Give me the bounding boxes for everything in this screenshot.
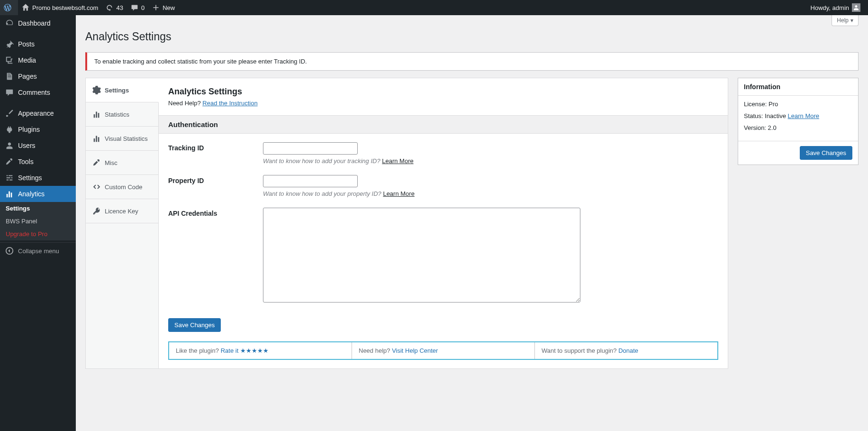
sidebar-item-label: Users	[18, 142, 36, 149]
avatar-icon	[852, 3, 860, 12]
page-title: Analytics Settings	[85, 26, 859, 45]
sidebar-item-analytics[interactable]: Analytics	[0, 186, 76, 202]
comment-icon	[131, 4, 138, 11]
sliders-icon	[5, 174, 14, 182]
tab-label: Settings	[105, 87, 129, 94]
submenu-upgrade[interactable]: Upgrade to Pro	[0, 228, 76, 240]
property-learn-more-link[interactable]: Learn More	[383, 190, 414, 197]
section-auth: Authentication	[159, 115, 728, 134]
status-label: Status:	[744, 112, 763, 119]
comments-link[interactable]: 0	[127, 0, 148, 15]
status-value: Inactive	[765, 112, 786, 119]
code-icon	[92, 183, 101, 191]
page-icon	[5, 72, 14, 81]
info-box-title: Information	[738, 78, 858, 96]
collapse-label: Collapse menu	[18, 248, 59, 255]
settings-tabs: Settings Statistics Visual Statistics Mi…	[85, 78, 159, 369]
wrench-icon	[92, 158, 101, 167]
comments-count: 0	[141, 4, 145, 11]
help-tab[interactable]: Help ▾	[832, 15, 859, 26]
tracking-hint-text: Want to know how to add your tracking ID…	[263, 157, 380, 165]
sidebar-item-plugins[interactable]: Plugins	[0, 121, 76, 138]
save-changes-button[interactable]: Save Changes	[168, 318, 221, 332]
sidebar-item-label: Dashboard	[18, 19, 51, 27]
comment-icon	[5, 88, 14, 97]
rate-link[interactable]: Rate it	[221, 347, 239, 354]
tab-label: Custom Code	[105, 183, 142, 191]
license-label: License:	[744, 101, 767, 108]
sidebar-item-users[interactable]: Users	[0, 138, 76, 154]
collapse-menu[interactable]: Collapse menu	[0, 242, 76, 259]
account-link[interactable]: Howdy, admin	[807, 0, 864, 15]
donate-link[interactable]: Donate	[618, 347, 638, 354]
chart-icon	[5, 190, 14, 198]
sidebar-item-tools[interactable]: Tools	[0, 154, 76, 170]
sidebar-item-media[interactable]: Media	[0, 52, 76, 68]
sidebar-item-label: Analytics	[18, 190, 45, 198]
sidebar-item-pages[interactable]: Pages	[0, 68, 76, 84]
stars-icon: ★★★★★	[240, 347, 269, 354]
information-box: Information License: Pro Status: Inactiv…	[738, 78, 859, 165]
sidebar-item-label: Comments	[18, 89, 50, 96]
api-credentials-textarea[interactable]	[263, 208, 580, 303]
updates-link[interactable]: 43	[102, 0, 127, 15]
api-credentials-label: API Credentials	[168, 208, 263, 304]
new-label: New	[163, 4, 175, 11]
tab-custom-code[interactable]: Custom Code	[86, 175, 158, 199]
tracking-id-input[interactable]	[263, 142, 358, 155]
panel-heading: Analytics Settings	[168, 87, 718, 97]
admin-bar: Promo bestwebsoft.com 43 0 New Howdy, ad…	[0, 0, 868, 15]
sidebar-item-label: Plugins	[18, 126, 40, 133]
submenu-settings[interactable]: Settings	[0, 202, 76, 215]
property-hint-text: Want to know how to add your property ID…	[263, 190, 381, 197]
sidebar-item-posts[interactable]: Posts	[0, 36, 76, 52]
tab-licence-key[interactable]: Licence Key	[86, 199, 158, 223]
sidebar-item-settings[interactable]: Settings	[0, 170, 76, 186]
instruction-link[interactable]: Read the Instruction	[202, 100, 257, 107]
support-text: Want to support the plugin?	[542, 347, 617, 354]
tracking-learn-more-link[interactable]: Learn More	[382, 157, 413, 165]
like-text: Like the plugin?	[176, 347, 219, 354]
sidebox-save-button[interactable]: Save Changes	[800, 146, 852, 160]
tab-misc[interactable]: Misc	[86, 151, 158, 175]
home-icon	[22, 4, 29, 11]
user-icon	[5, 141, 14, 150]
tab-settings[interactable]: Settings	[86, 78, 159, 102]
plug-icon	[5, 125, 14, 134]
wrench-icon	[5, 157, 14, 166]
key-icon	[92, 207, 101, 215]
sidebar-item-dashboard[interactable]: Dashboard	[0, 15, 76, 31]
sidebar-item-label: Posts	[18, 40, 35, 48]
brush-icon	[5, 109, 14, 118]
settings-panel: Analytics Settings Need Help? Read the I…	[159, 78, 728, 369]
submenu-bws-panel[interactable]: BWS Panel	[0, 215, 76, 228]
chart-icon	[92, 134, 101, 143]
tab-visual-statistics[interactable]: Visual Statistics	[86, 127, 158, 151]
sidebar-item-label: Media	[18, 56, 36, 64]
notice-error: To enable tracking and collect statistic…	[85, 52, 859, 71]
updates-icon	[106, 4, 113, 11]
tab-label: Misc	[105, 159, 118, 166]
site-name: Promo bestwebsoft.com	[32, 4, 98, 11]
help-center-link[interactable]: Visit Help Center	[392, 347, 438, 354]
sidebar-item-label: Settings	[18, 174, 42, 182]
need-help-text: Need Help?	[168, 100, 201, 107]
sidebar-item-comments[interactable]: Comments	[0, 84, 76, 101]
dashboard-icon	[5, 19, 14, 28]
sidebar-item-label: Tools	[18, 158, 34, 165]
wp-logo[interactable]	[0, 0, 18, 15]
version-value: 2.0	[768, 124, 777, 131]
footer-boxes: Like the plugin? Rate it ★★★★★ Need help…	[168, 341, 718, 360]
tab-statistics[interactable]: Statistics	[86, 102, 158, 127]
property-id-input[interactable]	[263, 175, 358, 187]
new-content-link[interactable]: New	[148, 0, 179, 15]
help-label: Help	[837, 17, 849, 24]
updates-count: 43	[116, 4, 123, 11]
site-name-link[interactable]: Promo bestwebsoft.com	[18, 0, 102, 15]
plus-icon	[152, 4, 160, 11]
sidebar-item-appearance[interactable]: Appearance	[0, 105, 76, 121]
tab-label: Visual Statistics	[105, 135, 148, 142]
status-learn-more-link[interactable]: Learn More	[788, 112, 819, 119]
version-label: Version:	[744, 124, 766, 131]
sidebar-item-label: Appearance	[18, 110, 54, 117]
